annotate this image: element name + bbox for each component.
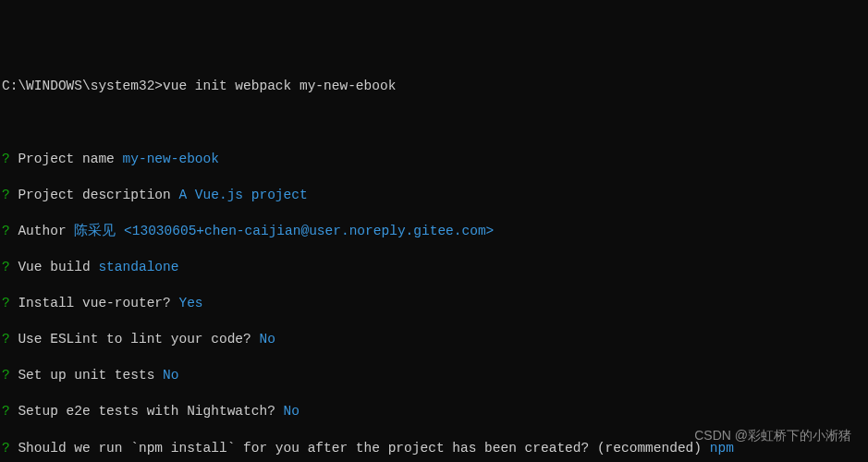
answer: No <box>259 332 275 346</box>
answer: 陈采见 <13030605+chen-caijian@user.noreply.… <box>74 224 494 238</box>
question-label: Setup e2e tests with Nightwatch? <box>10 404 284 419</box>
question-project-name: ? Project name my-new-ebook <box>2 151 866 169</box>
watermark: CSDN @彩虹桥下的小淅猪 <box>694 427 851 444</box>
question-label: Set up unit tests <box>10 368 163 383</box>
question-project-description: ? Project description A Vue.js project <box>2 187 866 205</box>
answer: A Vue.js project <box>178 188 307 202</box>
question-author: ? Author 陈采见 <13030605+chen-caijian@user… <box>2 223 866 241</box>
blank-line <box>2 114 866 132</box>
question-mark: ? <box>2 152 10 166</box>
command-line: C:\WINDOWS\system32>vue init webpack my-… <box>2 78 866 96</box>
question-label: Use ESLint to lint your code? <box>10 332 260 346</box>
question-vue-build: ? Vue build standalone <box>2 259 866 277</box>
answer: No <box>284 404 300 419</box>
question-vue-router: ? Install vue-router? Yes <box>2 295 866 313</box>
answer: standalone <box>98 260 178 274</box>
answer: No <box>163 368 178 383</box>
question-mark: ? <box>2 441 10 456</box>
question-label: Install vue-router? <box>10 296 179 310</box>
question-label: Author <box>10 224 75 238</box>
question-label: Project description <box>10 188 179 202</box>
answer: my-new-ebook <box>123 152 219 166</box>
answer: Yes <box>178 296 202 310</box>
question-mark: ? <box>2 332 10 346</box>
question-mark: ? <box>2 224 10 238</box>
question-mark: ? <box>2 368 10 383</box>
question-mark: ? <box>2 404 10 419</box>
question-label: Vue build <box>10 260 99 274</box>
question-mark: ? <box>2 260 10 274</box>
question-eslint: ? Use ESLint to lint your code? No <box>2 331 866 349</box>
command: vue init webpack my-new-ebook <box>163 79 396 93</box>
question-label: Should we run `npm install` for you afte… <box>10 441 710 456</box>
question-e2e-tests: ? Setup e2e tests with Nightwatch? No <box>2 403 866 421</box>
question-mark: ? <box>2 188 10 202</box>
prompt-path: C:\WINDOWS\system32> <box>2 79 163 93</box>
question-label: Project name <box>10 152 123 166</box>
question-unit-tests: ? Set up unit tests No <box>2 367 866 385</box>
question-mark: ? <box>2 296 10 310</box>
